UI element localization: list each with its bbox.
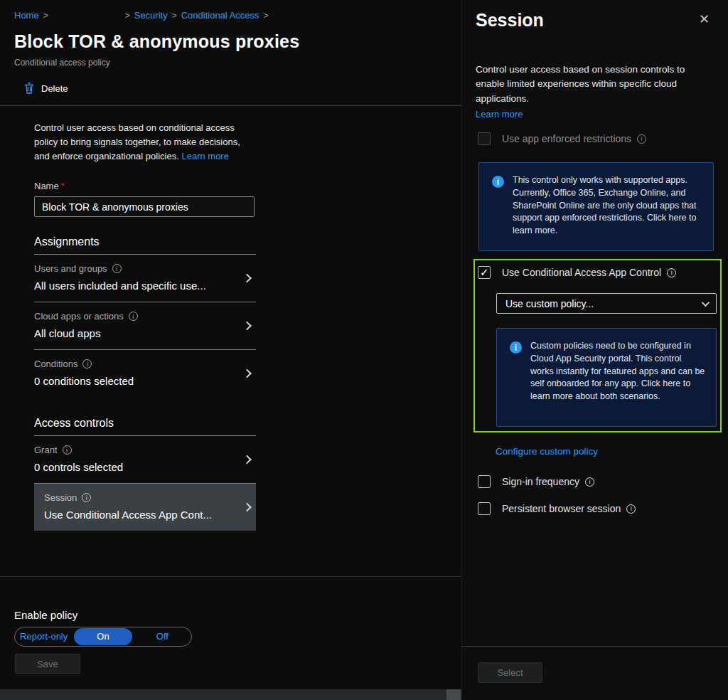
app-enforced-restrictions-checkbox-row[interactable]: Use app enforced restrictions xyxy=(478,132,646,145)
required-asterisk: * xyxy=(61,181,65,191)
breadcrumb-conditional-access[interactable]: Conditional Access xyxy=(181,10,259,21)
policy-description: Control user access based on conditional… xyxy=(34,121,256,164)
app-control-checkbox-row[interactable]: Use Conditional Access App Control xyxy=(478,266,676,279)
signin-frequency-label: Sign-in frequency xyxy=(502,476,579,487)
chevron-right-icon xyxy=(242,369,252,378)
persistent-browser-checkbox-row[interactable]: Persistent browser session xyxy=(478,502,636,515)
grant-value: 0 controls selected xyxy=(34,461,237,473)
toggle-off[interactable]: Off xyxy=(134,628,191,645)
chevron-right-icon xyxy=(242,455,252,465)
breadcrumb-separator: > xyxy=(264,11,269,21)
conditions-row[interactable]: Conditions 0 conditions selected xyxy=(34,350,256,397)
page-title: Block TOR & anonymous proxies xyxy=(14,31,299,52)
info-icon xyxy=(129,312,138,321)
breadcrumb: Home > > Security > Conditional Access > xyxy=(14,10,269,21)
session-row[interactable]: Session Use Conditional Access App Cont.… xyxy=(34,484,256,531)
breadcrumb-separator: > xyxy=(43,11,48,21)
select-button[interactable]: Select xyxy=(478,662,542,683)
breadcrumb-home[interactable]: Home xyxy=(14,10,39,21)
page-subtitle: Conditional access policy xyxy=(14,58,110,68)
custom-policy-info-text: Custom policies need to be configured in… xyxy=(530,340,706,416)
checkbox-unchecked[interactable] xyxy=(478,502,491,515)
info-icon xyxy=(637,134,646,144)
policy-editor-panel: Home > > Security > Conditional Access >… xyxy=(0,0,461,700)
app-enforced-restrictions-label: Use app enforced restrictions xyxy=(502,133,631,144)
breadcrumb-separator: > xyxy=(125,11,130,21)
enable-policy-label: Enable policy xyxy=(14,609,77,621)
app-control-label: Use Conditional Access App Control xyxy=(502,267,661,278)
info-icon xyxy=(82,359,92,368)
users-and-groups-row[interactable]: Users and groups All users included and … xyxy=(34,255,256,302)
configure-custom-policy-link[interactable]: Configure custom policy xyxy=(496,446,598,457)
session-description: Control user access based on session con… xyxy=(476,63,713,121)
breadcrumb-hidden-item xyxy=(53,11,121,21)
trash-icon xyxy=(24,83,34,94)
close-icon[interactable] xyxy=(699,13,710,26)
conditions-value: 0 conditions selected xyxy=(34,375,237,387)
info-icon xyxy=(63,445,72,455)
toggle-on[interactable]: On xyxy=(74,628,132,645)
delete-button-label: Delete xyxy=(41,83,68,94)
save-button[interactable]: Save xyxy=(15,654,80,674)
cloud-apps-row[interactable]: Cloud apps or actions All cloud apps xyxy=(34,302,256,350)
session-value: Use Conditional Access App Cont... xyxy=(44,509,237,521)
info-icon xyxy=(82,493,91,502)
grant-label: Grant xyxy=(34,445,58,455)
section-divider xyxy=(0,576,461,577)
panel-footer-divider xyxy=(462,646,728,647)
policy-learn-more-link[interactable]: Learn more xyxy=(181,151,228,161)
info-icon xyxy=(626,504,636,514)
cloud-apps-value: All cloud apps xyxy=(34,327,237,339)
policy-form: Control user access based on conditional… xyxy=(34,121,256,531)
info-badge-icon xyxy=(492,176,504,188)
app-control-policy-dropdown[interactable]: Use custom policy... xyxy=(496,293,717,314)
dropdown-selected-value: Use custom policy... xyxy=(505,298,702,309)
assignments-header: Assignments xyxy=(34,235,256,255)
checkbox-unchecked-disabled[interactable] xyxy=(478,132,491,145)
delete-button[interactable]: Delete xyxy=(24,83,68,94)
chevron-right-icon xyxy=(242,322,252,331)
checkbox-checked[interactable] xyxy=(478,266,491,279)
users-and-groups-value: All users included and specific use... xyxy=(34,280,237,292)
cloud-apps-label: Cloud apps or actions xyxy=(34,311,124,322)
chevron-right-icon xyxy=(242,503,252,512)
conditions-label: Conditions xyxy=(34,359,77,369)
chevron-down-icon xyxy=(702,298,710,306)
info-icon xyxy=(667,268,676,277)
toggle-report-only[interactable]: Report-only xyxy=(15,628,73,645)
supported-apps-info-text: This control only works with supported a… xyxy=(513,174,703,240)
signin-frequency-checkbox-row[interactable]: Sign-in frequency xyxy=(478,475,594,488)
info-badge-icon xyxy=(510,341,522,354)
info-icon xyxy=(112,264,122,273)
info-icon xyxy=(585,477,594,487)
session-blade: Session Control user access based on ses… xyxy=(461,0,728,700)
horizontal-scrollbar[interactable] xyxy=(0,689,461,700)
users-and-groups-label: Users and groups xyxy=(34,263,107,274)
policy-name-input[interactable] xyxy=(34,196,255,217)
access-controls-header: Access controls xyxy=(34,417,256,436)
custom-policy-infobox: Custom policies need to be configured in… xyxy=(496,328,717,427)
enable-policy-toggle: Report-only On Off xyxy=(14,627,192,647)
supported-apps-infobox: This control only works with supported a… xyxy=(478,162,714,251)
session-label: Session xyxy=(44,492,77,503)
chevron-right-icon xyxy=(242,274,252,283)
session-learn-more-link[interactable]: Learn more xyxy=(476,107,713,122)
name-field-label: Name* xyxy=(34,181,256,191)
breadcrumb-security[interactable]: Security xyxy=(134,10,168,21)
checkbox-unchecked[interactable] xyxy=(478,475,491,488)
toolbar-divider xyxy=(0,105,461,106)
persistent-browser-label: Persistent browser session xyxy=(502,503,621,514)
breadcrumb-separator: > xyxy=(172,11,177,21)
grant-row[interactable]: Grant 0 controls selected xyxy=(34,436,256,484)
session-blade-title: Session xyxy=(476,10,544,31)
scrollbar-thumb[interactable] xyxy=(446,689,461,700)
